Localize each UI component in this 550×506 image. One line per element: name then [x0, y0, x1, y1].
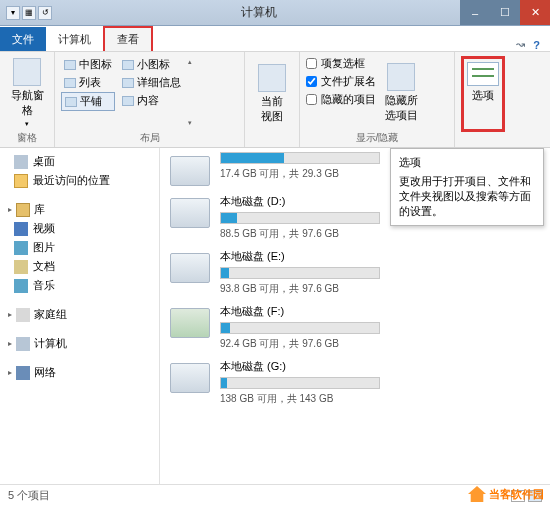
- watermark-text: 当客软件园: [489, 487, 544, 502]
- window-controls: – ☐ ✕: [460, 0, 550, 25]
- status-count: 5 个项目: [8, 488, 50, 503]
- currentview-button[interactable]: 当前 视图: [251, 56, 293, 132]
- group-showhide: 项复选框 文件扩展名 隐藏的项目 隐藏所 选项目 显示/隐藏: [300, 52, 455, 147]
- sidebar-head-libraries[interactable]: ▸库: [0, 200, 159, 219]
- drive-name: 本地磁盘 (F:): [220, 304, 542, 322]
- showhide-checks: 项复选框 文件扩展名 隐藏的项目: [306, 56, 376, 129]
- layout-list[interactable]: 列表: [61, 74, 115, 91]
- sidebar-head-network[interactable]: ▸网络: [0, 363, 159, 382]
- drive-icon: [170, 253, 210, 283]
- layout-col-2: 小图标 详细信息 内容: [119, 56, 184, 129]
- layout-content[interactable]: 内容: [119, 92, 184, 109]
- house-icon: [468, 486, 486, 502]
- options-label: 选项: [472, 88, 494, 103]
- scroll-up-icon[interactable]: ▴: [188, 58, 192, 66]
- sidebar-item-pictures[interactable]: 图片: [0, 238, 159, 257]
- sys-menu-icon[interactable]: ▾: [6, 6, 20, 20]
- chk-itemcheckboxes[interactable]: 项复选框: [306, 56, 376, 71]
- drive-icon: [170, 198, 210, 228]
- hide-selected-icon: [387, 63, 415, 91]
- hide-selected-label: 隐藏所 选项目: [385, 93, 418, 123]
- sidebar-head-computer[interactable]: ▸计算机: [0, 334, 159, 353]
- drive-icon: [170, 308, 210, 338]
- hide-selected-button[interactable]: 隐藏所 选项目: [380, 56, 422, 129]
- group-options: 选项: [455, 52, 511, 147]
- drive-free: 138 GB 可用，共 143 GB: [220, 389, 542, 406]
- tab-file[interactable]: 文件: [0, 27, 46, 51]
- sidebar-item-recent[interactable]: 最近访问的位置: [0, 171, 159, 190]
- layout-tiles[interactable]: 平铺: [61, 92, 115, 111]
- group-layout-label: 布局: [61, 129, 238, 145]
- options-icon: [467, 62, 499, 86]
- drive-name: 本地磁盘 (E:): [220, 249, 542, 267]
- minimize-button[interactable]: –: [460, 0, 490, 25]
- drive-free: 92.4 GB 可用，共 97.6 GB: [220, 334, 542, 351]
- currentview-label: 当前 视图: [261, 94, 283, 124]
- ribbon: 导航窗格 ▾ 窗格 中图标 列表 平铺 小图标 详细信息 内容 ▴ ▾ 布局: [0, 52, 550, 148]
- titlebar: ▾ ▦ ↺ 计算机 – ☐ ✕: [0, 0, 550, 26]
- nav-pane-icon: [13, 58, 41, 86]
- group-panes-label: 窗格: [6, 129, 48, 145]
- group-layout: 中图标 列表 平铺 小图标 详细信息 内容 ▴ ▾ 布局: [55, 52, 245, 147]
- tooltip-body: 更改用于打开项目、文件和文件夹视图以及搜索等方面的设置。: [399, 174, 535, 219]
- drive-free: 88.5 GB 可用，共 97.6 GB: [220, 224, 542, 241]
- nav-pane-button[interactable]: 导航窗格 ▾: [6, 56, 48, 129]
- window-title: 计算机: [58, 4, 460, 21]
- chevron-down-icon: ▾: [25, 120, 29, 128]
- currentview-icon: [258, 64, 286, 92]
- qat: ▾ ▦ ↺: [0, 6, 58, 20]
- help-icon[interactable]: ?: [533, 39, 540, 51]
- tooltip-title: 选项: [399, 155, 535, 174]
- sidebar-head-homegroup[interactable]: ▸家庭组: [0, 305, 159, 324]
- group-panes: 导航窗格 ▾ 窗格: [0, 52, 55, 147]
- nav-pane-label: 导航窗格: [6, 88, 48, 118]
- collapse-ribbon-icon[interactable]: ↝: [516, 38, 525, 51]
- sidebar: 桌面 最近访问的位置 ▸库 视频 图片 文档 音乐 ▸家庭组 ▸计算机 ▸网络: [0, 148, 160, 484]
- ribbon-right: ↝ ?: [506, 38, 550, 51]
- sidebar-item-desktop[interactable]: 桌面: [0, 152, 159, 171]
- scroll-down-icon[interactable]: ▾: [188, 119, 192, 127]
- properties-icon[interactable]: ▦: [22, 6, 36, 20]
- undo-icon[interactable]: ↺: [38, 6, 52, 20]
- drive-item[interactable]: 本地磁盘 (E:) 93.8 GB 可用，共 97.6 GB: [160, 245, 550, 300]
- tab-computer[interactable]: 计算机: [46, 27, 103, 51]
- drive-item[interactable]: 本地磁盘 (G:) 138 GB 可用，共 143 GB: [160, 355, 550, 410]
- group-showhide-label: 显示/隐藏: [306, 129, 448, 145]
- drive-name: 本地磁盘 (G:): [220, 359, 542, 377]
- sidebar-item-documents[interactable]: 文档: [0, 257, 159, 276]
- layout-small[interactable]: 小图标: [119, 56, 184, 73]
- layout-medium[interactable]: 中图标: [61, 56, 115, 73]
- chk-hidden[interactable]: 隐藏的项目: [306, 92, 376, 107]
- sidebar-item-videos[interactable]: 视频: [0, 219, 159, 238]
- content-area: 桌面 最近访问的位置 ▸库 视频 图片 文档 音乐 ▸家庭组 ▸计算机 ▸网络 …: [0, 148, 550, 484]
- drive-list: 选项 更改用于打开项目、文件和文件夹视图以及搜索等方面的设置。 17.4 GB …: [160, 148, 550, 484]
- layout-scroll: ▴ ▾: [188, 56, 192, 129]
- chk-extensions[interactable]: 文件扩展名: [306, 74, 376, 89]
- maximize-button[interactable]: ☐: [490, 0, 520, 25]
- drive-item[interactable]: 本地磁盘 (F:) 92.4 GB 可用，共 97.6 GB: [160, 300, 550, 355]
- watermark: 当客软件园: [468, 486, 544, 502]
- layout-details[interactable]: 详细信息: [119, 74, 184, 91]
- layout-col-1: 中图标 列表 平铺: [61, 56, 115, 129]
- group-currentview: 当前 视图: [245, 52, 300, 147]
- options-tooltip: 选项 更改用于打开项目、文件和文件夹视图以及搜索等方面的设置。: [390, 148, 544, 226]
- close-button[interactable]: ✕: [520, 0, 550, 25]
- drive-icon: [170, 156, 210, 186]
- drive-free: 93.8 GB 可用，共 97.6 GB: [220, 279, 542, 296]
- options-button[interactable]: 选项: [461, 56, 505, 132]
- sidebar-item-music[interactable]: 音乐: [0, 276, 159, 295]
- tab-view[interactable]: 查看: [103, 26, 153, 51]
- ribbon-tabs: 文件 计算机 查看 ↝ ?: [0, 26, 550, 52]
- drive-icon: [170, 363, 210, 393]
